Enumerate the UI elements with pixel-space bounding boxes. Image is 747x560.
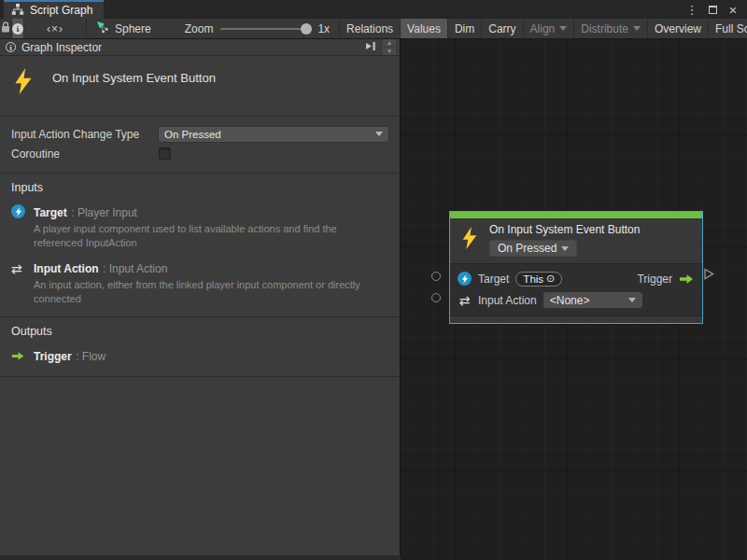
target-port-entry: Target : Player Input A player input com… [11, 203, 388, 250]
zoom-value: 1x [317, 22, 330, 35]
node-target-label: Target [478, 273, 509, 286]
inspector-toggle-button[interactable]: i [12, 19, 24, 38]
outputs-section: Outputs Trigger : Flow [0, 317, 400, 377]
zoom-slider-handle[interactable] [301, 23, 312, 35]
tab-script-graph[interactable]: Script Graph [4, 0, 104, 19]
flow-arrow-icon [679, 273, 695, 285]
inspector-node-title: On Input System Event Button [52, 67, 216, 85]
target-port-text: Target : Player Input A player input com… [34, 203, 388, 250]
input-action-input-port[interactable] [431, 293, 441, 302]
change-type-value: On Pressed [164, 129, 371, 140]
lightning-bolt-icon [11, 67, 35, 99]
node-event-dropdown[interactable]: On Pressed [489, 240, 577, 257]
target-port-name: Target [34, 206, 67, 219]
graph-owner-label: Sphere [115, 22, 151, 35]
tab-label: Script Graph [30, 4, 92, 17]
node-input-action-dropdown[interactable]: <None> [543, 292, 642, 308]
align-label: Align [530, 22, 556, 35]
trigger-port-entry: Trigger : Flow [11, 347, 388, 365]
dim-button[interactable]: Dim [447, 19, 481, 38]
change-type-row: Input Action Change Type On Pressed [11, 124, 388, 144]
close-icon[interactable]: × [725, 2, 741, 17]
graph-inspector-title: Graph Inspector [21, 41, 102, 54]
overview-button[interactable]: Overview [647, 19, 708, 38]
trigger-icon-col [11, 347, 26, 365]
info-icon: i [6, 42, 16, 52]
inspector-node-summary: On Input System Event Button [0, 56, 400, 117]
scroll-up-button[interactable]: ▲ [383, 39, 396, 47]
window-controls: ⋮ × [684, 0, 747, 19]
relations-button[interactable]: Relations [339, 19, 400, 38]
graph-inspector-header: i Graph Inspector ▲ ▼ [0, 39, 400, 56]
window-titlebar: Script Graph ⋮ × [0, 0, 747, 19]
zoom-control: Zoom 1x [161, 19, 339, 38]
target-input-port[interactable] [431, 272, 441, 281]
trigger-port-name: Trigger [34, 350, 72, 363]
target-port-type: : Player Input [71, 206, 137, 219]
inspector-fields: Input Action Change Type On Pressed Coro… [0, 117, 400, 174]
lock-icon [0, 21, 11, 36]
node-body: Target This ⊙ Trigger ⇄ Input Action <No… [450, 263, 702, 315]
node-target-this-button[interactable]: This ⊙ [515, 272, 562, 287]
target-port-icon-col [11, 203, 26, 250]
window-menu-icon[interactable]: ⋮ [684, 2, 700, 17]
input-action-icon-col: ⇄ [11, 259, 26, 306]
distribute-button[interactable]: Distribute [573, 19, 647, 38]
node-input-action-label: Input Action [478, 294, 537, 307]
trigger-port-text: Trigger : Flow [34, 347, 106, 365]
inputs-section: Inputs Target : Player Input A player in… [0, 174, 400, 317]
object-picker-icon: ⊙ [546, 273, 555, 284]
event-node[interactable]: On Input System Event Button On Pressed … [449, 211, 703, 324]
zoom-label: Zoom [185, 22, 214, 35]
distribute-label: Distribute [581, 22, 628, 35]
input-action-port-name: Input Action [34, 262, 99, 275]
input-action-port-type: : Input Action [103, 262, 167, 275]
script-machine-icon [96, 21, 109, 36]
node-trigger-label: Trigger [637, 273, 672, 286]
lock-button[interactable] [0, 19, 12, 38]
align-button[interactable]: Align [523, 19, 574, 38]
chevron-down-icon [375, 132, 383, 136]
chevron-down-icon [628, 298, 636, 302]
flow-arrow-icon [11, 351, 25, 361]
input-action-port-entry: ⇄ Input Action : Input Action An input a… [11, 259, 388, 306]
coroutine-label: Coroutine [11, 147, 159, 161]
chevron-down-icon [561, 246, 569, 251]
input-action-swap-icon: ⇄ [458, 294, 472, 307]
panel-bottom-strip [0, 555, 401, 560]
node-input-action-row: ⇄ Input Action <None> [458, 289, 695, 311]
maximize-box [709, 6, 717, 14]
full-screen-button[interactable]: Full Screen [708, 19, 747, 38]
scroll-down-button[interactable]: ▼ [383, 48, 396, 55]
input-action-swap-icon: ⇄ [11, 261, 22, 276]
target-bolt-icon [458, 272, 472, 286]
change-type-dropdown[interactable]: On Pressed [159, 127, 388, 142]
carry-button[interactable]: Carry [481, 19, 522, 38]
graph-owner-chip[interactable]: Sphere [86, 19, 161, 38]
info-icon: i [12, 23, 23, 35]
dock-panel-icon[interactable] [364, 41, 377, 54]
zoom-slider[interactable] [220, 28, 310, 30]
node-target-this-value: This [523, 273, 543, 285]
script-graph-icon [11, 3, 24, 19]
code-view-button[interactable]: ‹×› [24, 19, 86, 38]
outputs-header: Outputs [11, 325, 388, 338]
node-input-action-value: <None> [550, 294, 624, 307]
coroutine-row: Coroutine [11, 144, 388, 163]
chevron-down-icon [633, 26, 641, 31]
graph-inspector-panel: i Graph Inspector ▲ ▼ On Input System Ev… [0, 39, 401, 555]
trigger-output-port[interactable] [703, 267, 714, 284]
lightning-bolt-icon [459, 226, 480, 254]
chevron-down-icon [559, 26, 567, 31]
target-port-description: A player input component used to list av… [34, 222, 388, 250]
change-type-label: Input Action Change Type [11, 128, 159, 141]
node-header[interactable]: On Input System Event Button On Pressed [450, 218, 702, 263]
input-action-port-description: An input action, either from the linked … [34, 278, 388, 306]
coroutine-checkbox[interactable] [159, 147, 171, 160]
values-button[interactable]: Values [400, 19, 447, 38]
node-footer [450, 315, 702, 323]
panel-scroll-arrows: ▲ ▼ [383, 39, 396, 55]
graph-canvas[interactable]: On Input System Event Button On Pressed … [401, 39, 747, 560]
maximize-icon[interactable] [704, 2, 721, 17]
node-header-text: On Input System Event Button On Pressed [489, 223, 640, 257]
